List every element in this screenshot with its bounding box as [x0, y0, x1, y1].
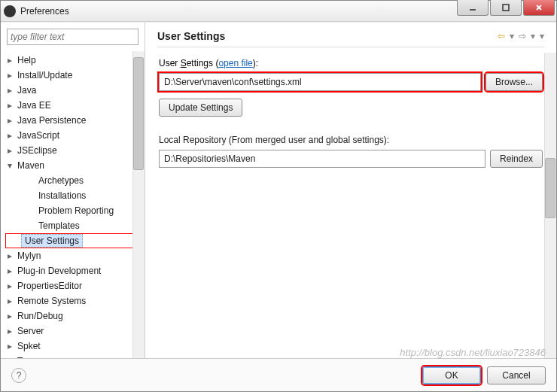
tree-item-label: Templates	[38, 220, 80, 231]
chevron-right-icon[interactable]: ▸	[5, 281, 14, 290]
chevron-right-icon[interactable]: ▸	[5, 131, 14, 140]
tree-item-label: JSEclipse	[17, 145, 57, 156]
tree-item-label: Mylyn	[17, 251, 41, 261]
tree-item-propertieseditor[interactable]: ▸PropertiesEditor	[5, 278, 145, 293]
eclipse-icon	[4, 5, 16, 17]
tree-item-user-settings[interactable]: ▸User Settings	[5, 233, 145, 248]
tree-item-label: Java	[17, 85, 36, 96]
tree-item-label: Archetypes	[38, 175, 84, 186]
tree-item-templates[interactable]: ▸Templates	[5, 218, 145, 233]
chevron-right-icon[interactable]: ▸	[5, 146, 14, 155]
tree-item-label: Problem Reporting	[38, 205, 114, 216]
tree-item-install-update[interactable]: ▸Install/Update	[5, 68, 145, 83]
back-menu-icon[interactable]: ▾	[510, 31, 514, 41]
page-title: User Settings	[157, 30, 225, 42]
tree-item-label: PropertiesEditor	[17, 281, 82, 291]
forward-icon[interactable]: ⇨	[519, 31, 526, 41]
tree-item-label: Install/Update	[17, 70, 72, 81]
preferences-window: Preferences ▸Help▸Install/Update▸Java▸Ja…	[0, 0, 557, 392]
close-button[interactable]	[523, 0, 555, 16]
chevron-right-icon[interactable]: ▸	[5, 251, 14, 260]
tree-item-label: Help	[17, 55, 36, 65]
user-settings-path-input[interactable]	[159, 73, 481, 91]
chevron-right-icon[interactable]: ▸	[5, 296, 14, 305]
chevron-right-icon[interactable]: ▸	[5, 327, 14, 336]
local-repo-row: Reindex	[159, 150, 543, 168]
footer: ? OK Cancel	[1, 358, 556, 391]
chevron-right-icon[interactable]: ▸	[5, 56, 14, 65]
chevron-right-icon[interactable]: ▸	[5, 266, 14, 275]
left-scroll-thumb[interactable]	[133, 57, 144, 170]
chevron-right-icon[interactable]: ▸	[5, 116, 14, 125]
filter-wrap	[1, 23, 145, 51]
footer-buttons: OK Cancel	[422, 366, 546, 384]
chevron-right-icon[interactable]: ▸	[5, 101, 14, 110]
tree-item-java-persistence[interactable]: ▸Java Persistence	[5, 113, 145, 128]
cancel-button[interactable]: Cancel	[487, 366, 546, 384]
chevron-right-icon[interactable]: ▸	[5, 311, 14, 321]
window-title: Preferences	[20, 6, 69, 17]
open-file-link[interactable]: open file	[218, 58, 252, 68]
svg-rect-1	[503, 5, 509, 11]
window-controls	[457, 0, 555, 16]
nav-arrows: ⇦▾ ⇨▾ ▾	[498, 31, 544, 41]
left-scrollbar[interactable]	[132, 51, 145, 358]
tree-item-javascript[interactable]: ▸JavaScript	[5, 128, 145, 143]
right-panel: User Settings ⇦▾ ⇨▾ ▾ User Settings (ope…	[145, 23, 556, 358]
tree-item-label: Spket	[17, 341, 41, 351]
tree-item-spket[interactable]: ▸Spket	[5, 339, 145, 354]
tree-item-remote-systems[interactable]: ▸Remote Systems	[5, 293, 145, 308]
tree-item-label: Maven	[17, 160, 44, 171]
right-scrollbar[interactable]	[544, 53, 556, 358]
tree-item-label: Remote Systems	[17, 296, 86, 306]
ok-button[interactable]: OK	[422, 366, 481, 384]
tree-item-label: Java Persistence	[17, 115, 86, 126]
user-settings-row: Browse...	[159, 73, 543, 91]
chevron-down-icon[interactable]: ▾	[5, 161, 14, 170]
tree-item-jseclipse[interactable]: ▸JSEclipse	[5, 143, 145, 158]
view-menu-icon[interactable]: ▾	[540, 31, 544, 41]
form: User Settings (open file): Browse... Upd…	[145, 47, 556, 186]
tree-item-problem-reporting[interactable]: ▸Problem Reporting	[5, 203, 145, 218]
local-repo-input[interactable]	[159, 150, 485, 168]
tree-wrap: ▸Help▸Install/Update▸Java▸Java EE▸Java P…	[1, 51, 145, 358]
tree-item-maven[interactable]: ▾Maven	[5, 158, 145, 173]
user-settings-label: User Settings (open file):	[159, 58, 543, 68]
chevron-right-icon[interactable]: ▸	[5, 86, 14, 95]
reindex-button[interactable]: Reindex	[490, 150, 543, 168]
tree-item-server[interactable]: ▸Server	[5, 324, 145, 339]
tree-item-run-debug[interactable]: ▸Run/Debug	[5, 308, 145, 324]
browse-button[interactable]: Browse...	[485, 73, 543, 91]
update-settings-button[interactable]: Update Settings	[159, 99, 242, 117]
tree-item-label: JavaScript	[17, 130, 59, 141]
tree-item-mylyn[interactable]: ▸Mylyn	[5, 248, 145, 263]
minimize-button[interactable]	[457, 0, 489, 16]
forward-menu-icon[interactable]: ▾	[531, 31, 535, 41]
page-header: User Settings ⇦▾ ⇨▾ ▾	[145, 23, 556, 47]
tree-item-archetypes[interactable]: ▸Archetypes	[5, 173, 145, 188]
tree-item-java[interactable]: ▸Java	[5, 83, 145, 98]
tree-item-label: Installations	[38, 190, 86, 201]
chevron-right-icon[interactable]: ▸	[5, 71, 14, 80]
tree-item-label: Java EE	[17, 100, 51, 111]
content: ▸Help▸Install/Update▸Java▸Java EE▸Java P…	[1, 22, 556, 358]
right-scroll-thumb[interactable]	[545, 158, 555, 218]
filter-input[interactable]	[7, 29, 138, 45]
tree-item-plug-in-development[interactable]: ▸Plug-in Development	[5, 263, 145, 278]
tree-item-help[interactable]: ▸Help	[5, 53, 145, 68]
tree-item-label: Plug-in Development	[17, 266, 101, 276]
back-icon[interactable]: ⇦	[498, 31, 505, 41]
titlebar: Preferences	[1, 1, 556, 22]
maximize-button[interactable]	[490, 0, 522, 16]
tree-item-installations[interactable]: ▸Installations	[5, 188, 145, 203]
tree-item-label: Run/Debug	[17, 311, 63, 321]
local-repo-label: Local Repository (From merged user and g…	[159, 135, 543, 145]
left-panel: ▸Help▸Install/Update▸Java▸Java EE▸Java P…	[1, 23, 145, 358]
tree-item-label: Server	[17, 326, 44, 336]
chevron-right-icon[interactable]: ▸	[5, 342, 14, 351]
tree-item-java-ee[interactable]: ▸Java EE	[5, 98, 145, 113]
tree-item-label: User Settings	[21, 234, 83, 248]
help-icon[interactable]: ?	[11, 368, 26, 383]
preferences-tree[interactable]: ▸Help▸Install/Update▸Java▸Java EE▸Java P…	[1, 51, 145, 358]
